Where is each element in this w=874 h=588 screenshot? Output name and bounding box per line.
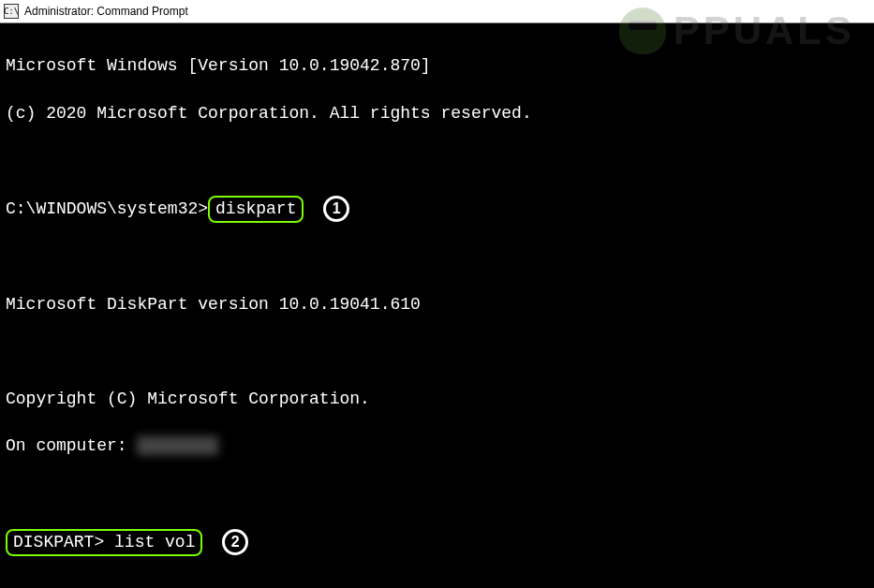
cmd-diskpart: diskpart — [208, 196, 304, 223]
badge-2: 2 — [222, 529, 248, 555]
prompt-line-1: C:\WINDOWS\system32>diskpart 1 — [6, 196, 868, 222]
prompt-1: C:\WINDOWS\system32> — [6, 199, 208, 218]
window-title: Administrator: Command Prompt — [24, 5, 188, 18]
badge-1: 1 — [323, 196, 349, 222]
computer-name-redacted: REDACTED — [137, 436, 217, 455]
prompt-line-2: DISKPART> list vol 2 — [6, 529, 868, 555]
copyright-line: (c) 2020 Microsoft Corporation. All righ… — [6, 102, 868, 125]
cmd-listvol-box: DISKPART> list vol — [6, 529, 202, 556]
diskpart-version: Microsoft DiskPart version 10.0.19041.61… — [6, 293, 868, 316]
prompt-2: DISKPART> — [13, 533, 114, 551]
diskpart-copyright: Copyright (C) Microsoft Corporation. — [6, 388, 868, 411]
terminal-output[interactable]: Microsoft Windows [Version 10.0.19042.87… — [0, 23, 874, 588]
on-computer-line: On computer: REDACTED — [6, 434, 868, 458]
version-line: Microsoft Windows [Version 10.0.19042.87… — [6, 54, 868, 78]
on-computer-label: On computer: — [6, 436, 137, 455]
cmd-icon: C:\ — [4, 4, 19, 19]
cmd-listvol: list vol — [114, 533, 195, 551]
